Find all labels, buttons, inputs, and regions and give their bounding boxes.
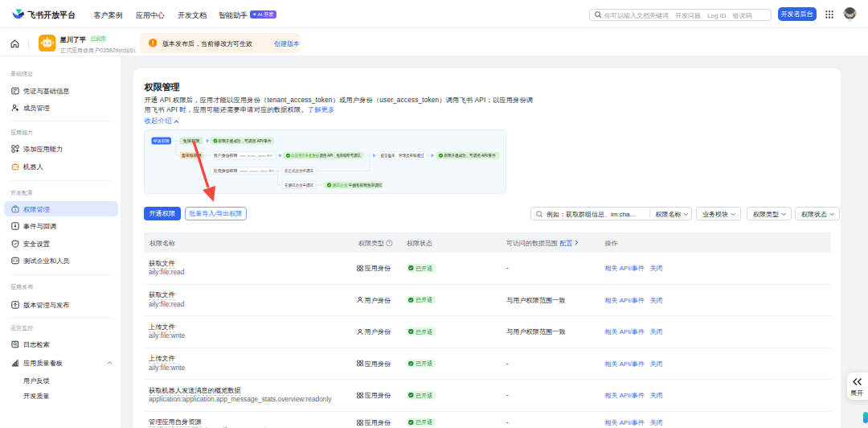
svg-text:tenant_access_token 调用: tenant_access_token 调用 xyxy=(240,169,274,173)
svg-text:以应用开发者身份: 以应用开发者身份 xyxy=(292,153,320,158)
svg-text:提交版本、管理员审核通过: 提交版本、管理员审核通过 xyxy=(381,153,424,158)
svg-text:测试企业: 测试企业 xyxy=(333,183,349,188)
svg-text:中拥有权限免审调试: 中拥有权限免审调试 xyxy=(349,183,383,188)
svg-text:权限开通成功，可调用 API/事件: 权限开通成功，可调用 API/事件 xyxy=(444,153,497,158)
svg-text:在正式企业中调试: 在正式企业中调试 xyxy=(285,168,313,174)
svg-text:调用 API，免审核即可调试: 调用 API，免审核即可调试 xyxy=(320,153,361,158)
svg-text:权限开通成功，可调用 API/事件: 权限开通成功，可调用 API/事件 xyxy=(218,138,272,144)
svg-text:申请权限: 申请权限 xyxy=(154,138,170,143)
svg-text:在测试企业中调试: 在测试企业中调试 xyxy=(285,183,313,188)
svg-text:user_access_token 调用: user_access_token 调用 xyxy=(240,154,272,158)
svg-text:?: ? xyxy=(388,241,391,245)
